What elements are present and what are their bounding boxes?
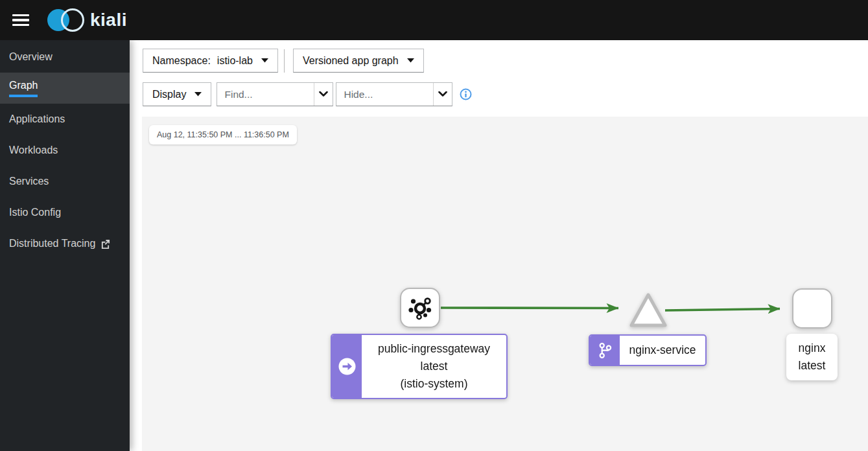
main-content: Namespace: istio-lab Versioned app graph… [130,40,868,451]
sidebar-item-overview[interactable]: Overview [0,41,130,73]
kiali-logo-icon [47,8,85,32]
sidebar-item-workloads[interactable]: Workloads [0,135,130,166]
toolbar-divider [284,49,285,73]
sidebar-nav: Overview Graph Applications Workloads Se… [0,40,130,451]
sidebar-item-istio-config[interactable]: Istio Config [0,197,130,228]
namespace-value: istio-lab [217,55,253,67]
sidebar-item-label: Graph [9,80,38,91]
brand-name: kiali [90,10,127,30]
graph-toolbar: Namespace: istio-lab Versioned app graph… [130,40,868,117]
node-label-line: public-ingressgateway [378,340,490,358]
sidebar-item-label: Workloads [9,145,58,156]
node-label-line: nginx [799,340,826,357]
label-public-ingressgateway[interactable]: public-ingressgateway latest (istio-syst… [331,334,508,399]
gateway-hub-icon [407,295,433,321]
node-label-line: (istio-system) [400,375,467,393]
service-badge [590,336,620,365]
sidebar-item-label: Istio Config [9,207,61,218]
kiali-brand[interactable]: kiali [47,8,127,32]
sidebar-item-label: Applications [9,113,65,125]
display-label: Display [152,89,186,100]
sidebar-item-applications[interactable]: Applications [0,104,130,135]
hide-options-chevron-icon[interactable] [433,83,452,106]
sidebar-item-label: Services [9,176,49,187]
hide-input-group [336,82,452,106]
hamburger-menu-icon[interactable] [10,10,32,30]
node-nginx-service-triangle[interactable] [629,292,668,329]
git-branch-icon [597,341,613,360]
sidebar-item-distributed-tracing[interactable]: Distributed Tracing [0,228,130,259]
graph-type-dropdown[interactable]: Versioned app graph [293,49,424,73]
external-link-icon [100,239,110,249]
graph-edges [142,117,868,449]
display-dropdown[interactable]: Display [143,82,211,106]
node-label-line: latest [799,357,826,375]
graph-canvas[interactable]: Aug 12, 11:35:50 PM ... 11:36:50 PM [142,117,868,451]
find-input-group [217,82,333,106]
gateway-badge [332,335,362,398]
sidebar-item-services[interactable]: Services [0,166,130,197]
edge-service-to-nginx[interactable] [665,309,780,311]
sidebar-item-graph[interactable]: Graph [0,73,130,104]
node-nginx[interactable] [792,288,832,329]
caret-down-icon [407,58,414,63]
label-nginx[interactable]: nginx latest [786,334,838,380]
node-public-ingressgateway[interactable] [400,288,440,328]
caret-down-icon [194,92,202,97]
label-nginx-service[interactable]: nginx-service [589,334,707,366]
node-label-line: latest [421,358,448,375]
namespace-dropdown[interactable]: Namespace: istio-lab [143,49,278,73]
namespace-label: Namespace: [152,55,211,67]
help-info-icon[interactable] [460,88,472,100]
find-options-chevron-icon[interactable] [314,83,333,106]
edge-gateway-to-service[interactable] [441,308,618,308]
graph-type-value: Versioned app graph [303,55,399,67]
hide-input[interactable] [336,83,433,106]
sidebar-item-label: Distributed Tracing [9,238,95,249]
masthead: kiali [0,0,868,40]
node-label-line: nginx-service [629,341,696,359]
find-input[interactable] [217,83,314,106]
caret-down-icon [261,58,268,63]
arrow-right-circle-icon [338,358,356,375]
sidebar-item-label: Overview [9,51,53,63]
